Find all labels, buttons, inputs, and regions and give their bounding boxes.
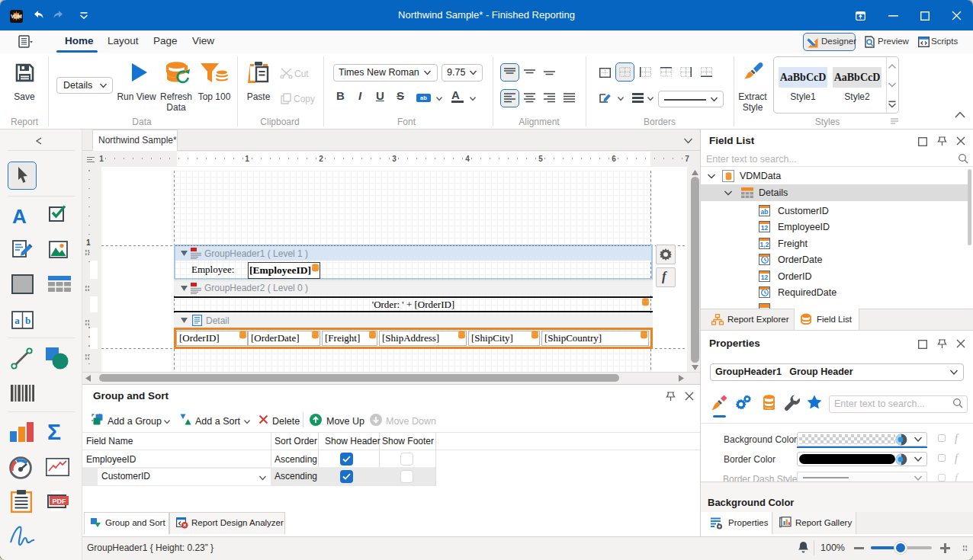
svg-text:a: a: [14, 315, 20, 326]
svg-text:b: b: [25, 315, 31, 326]
svg-text:PDF: PDF: [53, 498, 67, 505]
